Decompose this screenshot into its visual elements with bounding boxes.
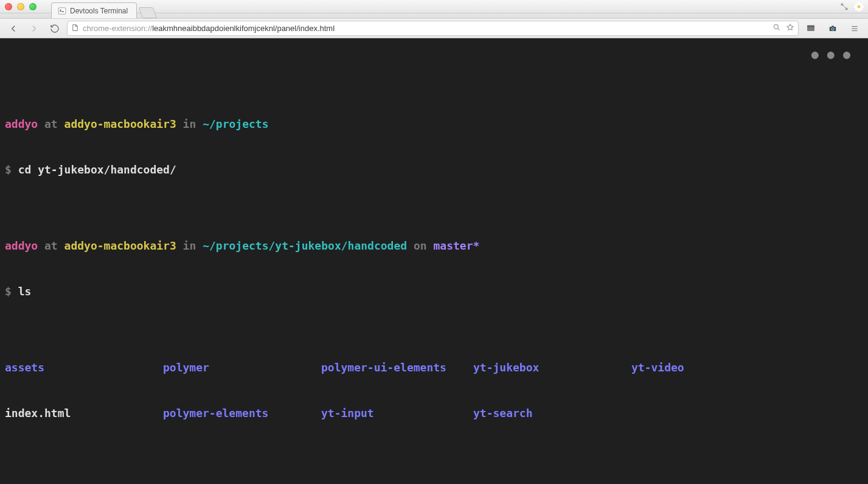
prompt-user: addyo (5, 117, 38, 130)
new-tab-button[interactable] (139, 7, 158, 18)
terminal-favicon-icon (58, 7, 66, 15)
url-scheme: chrome-extension:// (83, 24, 152, 33)
back-button[interactable] (5, 21, 22, 37)
browser-tab-active[interactable]: Devtools Terminal (51, 2, 137, 18)
chrome-menu-icon[interactable] (846, 21, 863, 37)
omnibox[interactable]: chrome-extension://leakmhneaibbdapdoienl… (67, 21, 799, 36)
search-icon[interactable] (773, 23, 781, 33)
cmd-ls: ls (18, 285, 32, 298)
ls-row: assetspolymerpolymer-ui-elementsyt-jukeb… (5, 360, 863, 375)
terminal-viewport[interactable]: ● ● ● addyo at addyo-macbookair3 in ~/pr… (0, 38, 868, 484)
svg-rect-16 (832, 26, 834, 27)
ls-row: index.htmlpolymer-elementsyt-inputyt-sea… (5, 405, 863, 421)
forward-button[interactable] (26, 21, 43, 37)
reload-button[interactable] (46, 21, 63, 37)
star-icon[interactable] (786, 23, 794, 33)
page-icon (71, 23, 79, 34)
tab-title: Devtools Terminal (70, 7, 128, 15)
prompt-symbol: $ (5, 163, 18, 176)
prompt-path: ~/projects (203, 117, 268, 130)
browser-toolbar: chrome-extension://leakmhneaibbdapdoienl… (0, 18, 868, 38)
camera-extension-icon[interactable] (824, 21, 841, 37)
url-path: leakmhneaibbdapdoienlkifomjceknl/panel/i… (152, 24, 335, 33)
browser-tabstrip: Devtools Terminal (0, 0, 868, 18)
svg-point-11 (774, 24, 778, 29)
prompt-host: addyo-macbookair3 (64, 117, 176, 130)
cmd-cd: cd yt-jukebox/handcoded/ (18, 163, 176, 176)
git-branch: master* (433, 239, 479, 252)
overflow-dots-icon[interactable]: ● ● ● (811, 47, 851, 62)
devtools-extension-icon[interactable] (802, 21, 819, 37)
svg-rect-13 (807, 25, 814, 27)
svg-rect-10 (58, 7, 66, 14)
